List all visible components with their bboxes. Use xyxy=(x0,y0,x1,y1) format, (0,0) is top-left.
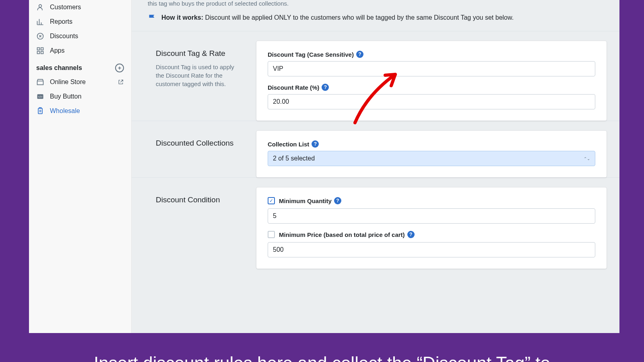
card-collections: Collection List ? 2 of 5 selected ⌃⌄ xyxy=(256,131,607,177)
min-price-checkbox[interactable] xyxy=(268,231,275,238)
caret-icon: ⌃⌄ xyxy=(584,156,590,161)
nav-label: Discounts xyxy=(50,33,78,40)
select-value: 2 of 5 selected xyxy=(273,155,315,162)
channel-label: Online Store xyxy=(50,78,86,86)
min-qty-label: Minimum Quantity xyxy=(279,197,332,204)
discount-tag-label: Discount Tag (Case Sensitive) ? xyxy=(268,51,595,58)
section-title: Discount Tag & Rate xyxy=(156,49,240,58)
svg-rect-2 xyxy=(37,48,40,50)
discount-rate-label: Discount Rate (%) ? xyxy=(268,84,595,91)
how-it-works-label: How it works: xyxy=(161,14,203,21)
svg-rect-8 xyxy=(38,108,42,113)
svg-point-0 xyxy=(39,4,42,7)
min-price-label: Minimum Price (based on total price of c… xyxy=(279,231,405,238)
min-qty-checkbox[interactable]: ✓ xyxy=(268,197,275,204)
channel-online-store[interactable]: Online Store xyxy=(29,75,131,89)
channel-label: Wholesale xyxy=(50,107,80,115)
discount-tag-input[interactable] xyxy=(268,61,595,76)
nav-label: Reports xyxy=(50,18,72,25)
section-title: Discounted Collections xyxy=(156,139,240,148)
banner-truncated-text: this tag who buys the product of selecte… xyxy=(132,0,619,7)
channel-label: Buy Button xyxy=(50,93,81,100)
app-shell: Customers Reports Discounts Apps sales c… xyxy=(29,0,619,342)
card-tag-rate: Discount Tag (Case Sensitive) ? Discount… xyxy=(256,41,607,121)
sales-channels-header: sales channels + xyxy=(29,58,131,75)
nav-item-customers[interactable]: Customers xyxy=(29,0,131,14)
min-price-input[interactable] xyxy=(268,242,595,257)
section-title: Discount Condition xyxy=(156,195,240,204)
store-icon xyxy=(36,78,44,86)
nav-item-discounts[interactable]: Discounts xyxy=(29,29,131,43)
min-qty-row: ✓ Minimum Quantity ? xyxy=(268,197,595,204)
channel-buy-button[interactable]: </> Buy Button xyxy=(29,89,131,104)
section-desc: Discount Tag is used to apply the Discou… xyxy=(156,63,240,88)
help-icon[interactable]: ? xyxy=(312,140,319,148)
section-discount-tag-rate: Discount Tag & Rate Discount Tag is used… xyxy=(132,31,619,121)
add-channel-button[interactable]: + xyxy=(115,64,124,72)
help-icon[interactable]: ? xyxy=(407,231,415,238)
min-qty-input[interactable] xyxy=(268,208,595,224)
nav-label: Apps xyxy=(50,47,64,54)
card-condition: ✓ Minimum Quantity ? Minimum Price (base… xyxy=(256,187,607,269)
apps-icon xyxy=(36,47,44,55)
caption-text: Insert discount rules here and collect t… xyxy=(94,353,550,362)
collection-list-label: Collection List ? xyxy=(268,140,595,148)
svg-rect-5 xyxy=(41,51,43,54)
chart-icon xyxy=(36,18,44,26)
nav-label: Customers xyxy=(50,4,81,11)
section-discounted-collections: Discounted Collections Collection List ?… xyxy=(132,121,619,177)
section-header-label: sales channels xyxy=(36,64,82,72)
sidebar: Customers Reports Discounts Apps sales c… xyxy=(29,0,132,342)
caption-banner: Insert discount rules here and collect t… xyxy=(0,333,644,362)
help-icon[interactable]: ? xyxy=(322,84,329,91)
how-it-works-text: Discount will be applied ONLY to the cus… xyxy=(205,14,514,21)
help-icon[interactable]: ? xyxy=(356,51,363,58)
nav-item-reports[interactable]: Reports xyxy=(29,14,131,29)
main-content: this tag who buys the product of selecte… xyxy=(132,0,619,342)
svg-rect-3 xyxy=(41,48,43,50)
flag-icon xyxy=(148,13,157,22)
svg-rect-4 xyxy=(37,51,40,54)
channel-wholesale[interactable]: Wholesale xyxy=(29,104,131,118)
discount-rate-input[interactable] xyxy=(268,94,595,109)
help-icon[interactable]: ? xyxy=(334,197,341,204)
tag-icon xyxy=(36,32,44,40)
how-it-works-banner: How it works: Discount will be applied O… xyxy=(132,7,619,31)
svg-text:</>: </> xyxy=(38,95,43,99)
min-price-row: Minimum Price (based on total price of c… xyxy=(268,231,595,238)
code-icon: </> xyxy=(36,93,44,101)
nav-item-apps[interactable]: Apps xyxy=(29,43,131,58)
section-discount-condition: Discount Condition ✓ Minimum Quantity ? xyxy=(132,177,619,269)
external-link-icon[interactable] xyxy=(118,79,124,85)
collection-list-select[interactable]: 2 of 5 selected ⌃⌄ xyxy=(268,151,595,166)
clipboard-icon xyxy=(36,107,44,115)
person-icon xyxy=(36,3,44,11)
